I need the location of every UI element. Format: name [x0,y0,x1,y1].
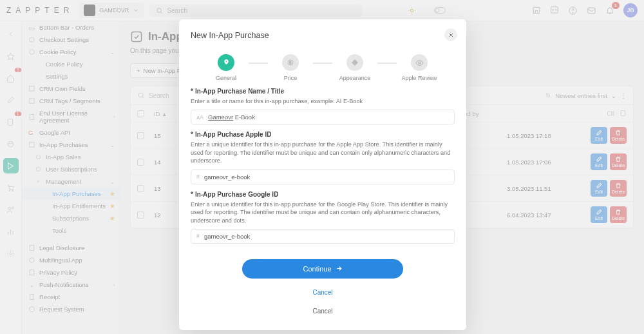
apple-id-input[interactable] [204,173,449,181]
hash-icon: # [196,233,200,239]
modal-stepper: General $ Price Appearance Apple Review [191,54,455,81]
name-input-wrapper[interactable]: ᴀA Gameovr E-Book [191,110,455,124]
name-input[interactable]: Gameovr E-Book [208,113,255,121]
rocket-icon [222,59,231,67]
step-price[interactable]: $ Price [268,54,313,81]
field-name: In-App Purchase Name / Title Enter a tit… [191,88,455,124]
continue-button[interactable]: Continue [242,259,403,279]
google-id-label: In-App Purchase Google ID [191,191,455,198]
step-apple-review[interactable]: Apple Review [397,54,442,81]
eye-icon [415,59,424,67]
name-label: In-App Purchase Name / Title [191,88,455,95]
modal-title: New In-App Purchase [191,31,455,40]
step-appearance[interactable]: Appearance [332,54,377,81]
name-help: Enter a title or name for this in-app pu… [191,97,455,105]
apple-id-help: Enter a unique identifier for this in-ap… [191,141,455,164]
field-google-id: In-App Purchase Google ID Enter a unique… [191,191,455,244]
new-purchase-modal: New In-App Purchase General $ Price Appe… [179,19,466,330]
google-id-input[interactable] [204,233,449,240]
apple-id-input-wrapper[interactable]: # [191,170,455,184]
tag-icon [351,59,359,66]
svg-text:$: $ [290,61,292,64]
cancel-link-secondary[interactable]: Cancel [191,308,455,315]
price-icon: $ [287,59,294,66]
arrow-right-icon [336,265,343,272]
step-general[interactable]: General [204,54,249,81]
hash-icon: # [196,173,200,180]
apple-id-label: In-App Puchase Apple ID [191,131,455,138]
svg-point-54 [418,61,420,63]
google-id-input-wrapper[interactable]: # [191,229,455,244]
text-icon: ᴀA [196,114,204,121]
google-id-help: Enter a unique identifier for this in-ap… [191,201,455,224]
modal-close-button[interactable] [444,28,457,41]
close-icon [448,32,454,38]
cancel-link[interactable]: Cancel [191,289,455,296]
field-apple-id: In-App Puchase Apple ID Enter a unique i… [191,131,455,184]
svg-point-51 [225,61,227,62]
